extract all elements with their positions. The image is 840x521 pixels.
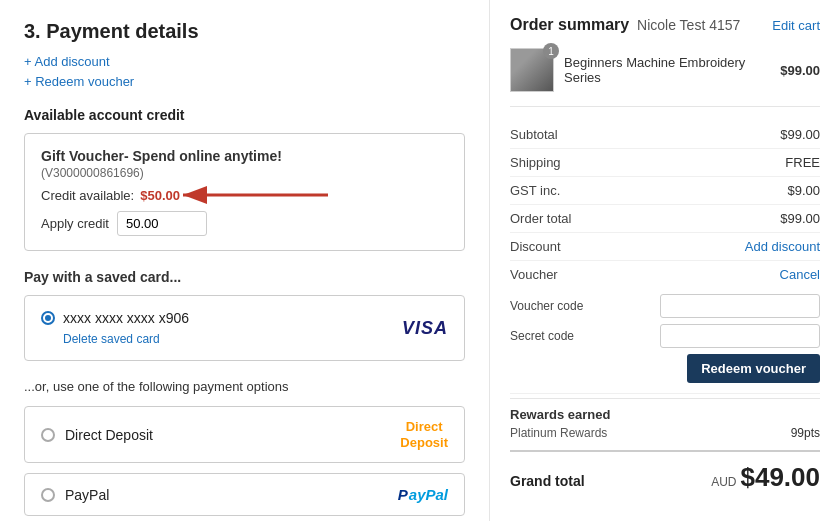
credit-box-code: (V3000000861696) (41, 166, 448, 180)
saved-card-label: Pay with a saved card... (24, 269, 465, 285)
secret-code-input[interactable] (660, 324, 820, 348)
product-price: $99.00 (780, 63, 820, 78)
product-quantity-badge: 1 (543, 43, 559, 59)
order-summary-title: Order summary (510, 16, 629, 33)
grand-total-amount: $49.00 (740, 462, 820, 493)
credit-available-row: Credit available: $50.00 (41, 188, 448, 203)
grand-total-label: Grand total (510, 473, 585, 489)
credit-box: Gift Voucher- Spend online anytime! (V30… (24, 133, 465, 251)
discount-label: Discount (510, 239, 561, 254)
saved-card-box: xxxx xxxx xxxx x906 Delete saved card VI… (24, 295, 465, 361)
card-info: xxxx xxxx xxxx x906 Delete saved card (41, 310, 189, 346)
payment-details-panel: 3. Payment details + Add discount + Rede… (0, 0, 490, 521)
paypal-logo: PayPal (398, 486, 448, 503)
direct-deposit-logo: DirectDeposit (400, 419, 448, 450)
product-thumbnail: 1 (510, 48, 554, 92)
direct-deposit-radio[interactable] (41, 428, 55, 442)
redeem-voucher-link[interactable]: + Redeem voucher (24, 74, 134, 89)
add-discount-button[interactable]: Add discount (745, 239, 820, 254)
order-total-row: Order total $99.00 (510, 205, 820, 233)
subtotal-row: Subtotal $99.00 (510, 121, 820, 149)
product-row: 1 Beginners Machine Embroidery Series $9… (510, 48, 820, 107)
rewards-section: Rewards earned Platinum Rewards 99pts (510, 398, 820, 440)
gst-label: GST inc. (510, 183, 560, 198)
order-total-label: Order total (510, 211, 571, 226)
credit-available-label: Credit available: (41, 188, 134, 203)
add-discount-link[interactable]: + Add discount (24, 54, 110, 69)
voucher-code-row: Voucher code (510, 294, 820, 318)
gst-value: $9.00 (787, 183, 820, 198)
order-summary-header: Order summary Nicole Test 4157 Edit cart (510, 16, 820, 34)
customer-name: Nicole Test 4157 (637, 17, 740, 33)
platinum-rewards-row: Platinum Rewards 99pts (510, 426, 820, 440)
gst-row: GST inc. $9.00 (510, 177, 820, 205)
voucher-code-label: Voucher code (510, 299, 600, 313)
paypal-name: PayPal (65, 487, 109, 503)
platinum-label: Platinum Rewards (510, 426, 607, 440)
grand-total-currency: AUD (711, 475, 736, 489)
apply-credit-label: Apply credit (41, 216, 109, 231)
visa-logo: VISA (402, 318, 448, 339)
card-number: xxxx xxxx xxxx x906 (63, 310, 189, 326)
shipping-row: Shipping FREE (510, 149, 820, 177)
subtotal-value: $99.00 (780, 127, 820, 142)
order-summary-panel: Order summary Nicole Test 4157 Edit cart… (490, 0, 840, 521)
radio-dot-inner (45, 315, 51, 321)
credit-box-title: Gift Voucher- Spend online anytime! (41, 148, 448, 164)
secret-code-label: Secret code (510, 329, 600, 343)
grand-total-row: Grand total AUD $49.00 (510, 450, 820, 493)
order-summary-title-group: Order summary Nicole Test 4157 (510, 16, 740, 34)
product-name: Beginners Machine Embroidery Series (564, 55, 770, 85)
order-total-value: $99.00 (780, 211, 820, 226)
delete-saved-card-link[interactable]: Delete saved card (63, 332, 189, 346)
voucher-code-input[interactable] (660, 294, 820, 318)
section-title: 3. Payment details (24, 20, 465, 43)
discount-row: Discount Add discount (510, 233, 820, 261)
subtotal-label: Subtotal (510, 127, 558, 142)
redeem-btn-row: Redeem voucher (510, 354, 820, 383)
paypal-radio[interactable] (41, 488, 55, 502)
apply-credit-row: Apply credit (41, 211, 448, 236)
voucher-form: Voucher code Secret code Redeem voucher (510, 288, 820, 394)
shipping-label: Shipping (510, 155, 561, 170)
platinum-value: 99pts (791, 426, 820, 440)
shipping-value: FREE (785, 155, 820, 170)
rewards-label: Rewards earned (510, 407, 820, 422)
card-radio[interactable] (41, 311, 55, 325)
voucher-row: Voucher Cancel (510, 261, 820, 288)
other-options-label: ...or, use one of the following payment … (24, 379, 465, 394)
direct-deposit-option[interactable]: Direct Deposit DirectDeposit (24, 406, 465, 463)
card-number-row: xxxx xxxx xxxx x906 (41, 310, 189, 326)
apply-credit-input[interactable] (117, 211, 207, 236)
voucher-cancel-link[interactable]: Cancel (780, 267, 820, 282)
available-credit-label: Available account credit (24, 107, 465, 123)
red-arrow-icon (173, 180, 333, 210)
paypal-option[interactable]: PayPal PayPal (24, 473, 465, 516)
secret-code-row: Secret code (510, 324, 820, 348)
edit-cart-link[interactable]: Edit cart (772, 18, 820, 33)
grand-total-value-group: AUD $49.00 (711, 462, 820, 493)
direct-deposit-left: Direct Deposit (41, 427, 153, 443)
redeem-voucher-button[interactable]: Redeem voucher (687, 354, 820, 383)
direct-deposit-name: Direct Deposit (65, 427, 153, 443)
voucher-label: Voucher (510, 267, 558, 282)
paypal-left: PayPal (41, 487, 109, 503)
